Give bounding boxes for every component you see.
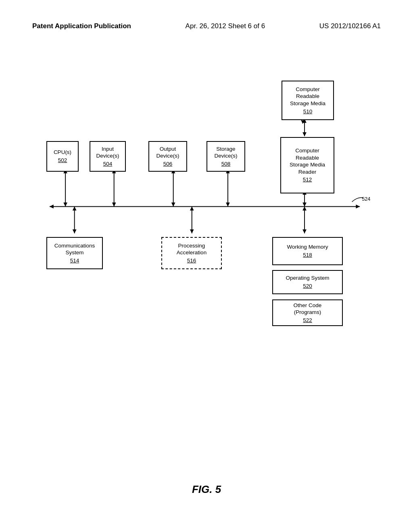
cpu-502: CPU(s) 502 bbox=[46, 141, 79, 172]
operating-system-520: Operating System 520 bbox=[272, 270, 343, 294]
input-device-504: InputDevice(s) 504 bbox=[90, 141, 126, 172]
storage-media-510: ComputerReadableStorage Media 510 bbox=[282, 81, 334, 120]
svg-marker-32 bbox=[301, 120, 304, 124]
svg-marker-4 bbox=[50, 205, 54, 209]
header-right: US 2012/102166 A1 bbox=[319, 22, 381, 30]
svg-marker-23 bbox=[73, 229, 77, 233]
page: Patent Application Publication Apr. 26, … bbox=[0, 0, 413, 532]
svg-marker-24 bbox=[73, 206, 77, 210]
svg-marker-15 bbox=[171, 203, 175, 207]
svg-marker-27 bbox=[190, 206, 194, 210]
svg-marker-21 bbox=[302, 203, 307, 207]
svg-marker-9 bbox=[63, 203, 67, 207]
svg-marker-29 bbox=[302, 229, 307, 233]
svg-text:524: 524 bbox=[362, 196, 370, 202]
figure-label: FIG. 5 bbox=[192, 483, 221, 496]
diagram: 524 bbox=[24, 56, 389, 451]
svg-marker-12 bbox=[112, 203, 116, 207]
header-center: Apr. 26, 2012 Sheet 6 of 6 bbox=[186, 22, 265, 30]
storage-device-508: StorageDevice(s) 508 bbox=[206, 141, 245, 172]
working-memory-518: Working Memory 518 bbox=[272, 237, 343, 265]
svg-marker-18 bbox=[226, 203, 230, 207]
svg-marker-1 bbox=[302, 132, 307, 136]
svg-marker-5 bbox=[356, 205, 360, 209]
svg-marker-30 bbox=[302, 206, 307, 210]
output-device-506: OutputDevice(s) 506 bbox=[148, 141, 187, 172]
svg-marker-26 bbox=[190, 229, 194, 233]
processing-516: ProcessingAcceleration 516 bbox=[161, 237, 222, 269]
other-code-522: Other Code(Programs) 522 bbox=[272, 299, 343, 326]
header-left: Patent Application Publication bbox=[32, 22, 131, 30]
storage-reader-512: ComputerReadableStorage MediaReader 512 bbox=[280, 137, 334, 193]
communications-514: CommunicationsSystem 514 bbox=[46, 237, 103, 269]
header: Patent Application Publication Apr. 26, … bbox=[0, 22, 413, 30]
